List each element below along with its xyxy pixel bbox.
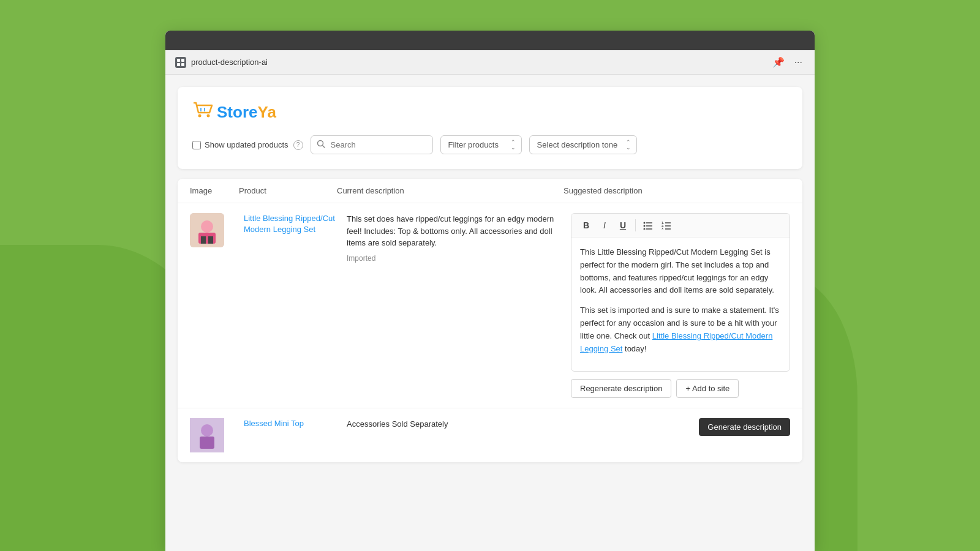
products-table: Image Product Current description Sugges… [178, 179, 802, 462]
svg-point-11 [201, 220, 213, 233]
add-to-site-button[interactable]: + Add to site [676, 379, 739, 398]
bold-button[interactable]: B [578, 217, 595, 233]
controls-row: Show updated products ? [192, 135, 788, 154]
underline-button[interactable]: U [614, 217, 631, 233]
product-name-cell-2: Blessed Mini Top [244, 418, 342, 429]
product-image-cell [190, 213, 239, 247]
svg-rect-1 [181, 59, 184, 62]
description-tone-select[interactable]: Select description tone Professional Cas… [529, 135, 637, 154]
svg-text:3.: 3. [662, 227, 665, 230]
svg-point-19 [644, 228, 646, 230]
col-product: Product [239, 186, 337, 195]
page-wrapper: product-description-ai 📌 ··· [0, 0, 980, 551]
browser-window: product-description-ai 📌 ··· [165, 31, 815, 551]
product-link-1[interactable]: Little Blessing Ripped/Cut Modern Leggin… [244, 214, 335, 234]
browser-titlebar [165, 31, 815, 50]
show-updated-text: Show updated products [205, 140, 288, 149]
table-row: Little Blessing Ripped/Cut Modern Leggin… [178, 203, 802, 408]
unordered-list-button[interactable] [639, 217, 657, 233]
browser-topbar: product-description-ai 📌 ··· [165, 50, 815, 75]
extension-icon [175, 57, 186, 68]
table-row-2: Blessed Mini Top Accessories Sold Separa… [178, 408, 802, 462]
italic-button[interactable]: I [596, 217, 613, 233]
svg-rect-2 [177, 63, 180, 66]
show-updated-label[interactable]: Show updated products ? [192, 140, 303, 150]
extension-name: product-description-ai [191, 58, 770, 67]
svg-rect-0 [177, 59, 180, 62]
show-updated-checkbox[interactable] [192, 141, 201, 149]
svg-point-5 [207, 114, 210, 118]
table-header: Image Product Current description Sugges… [178, 179, 802, 203]
filter-products-wrapper: Filter products All products Active prod… [440, 135, 522, 154]
description-tone-wrapper: Select description tone Professional Cas… [529, 135, 637, 154]
col-suggested-desc: Suggested description [564, 186, 790, 195]
suggested-desc-editor: B I U [571, 213, 790, 372]
regenerate-button[interactable]: Regenerate description [571, 379, 671, 398]
current-desc-cell-1: This set does have ripped/cut leggings f… [347, 213, 566, 263]
product-link-2[interactable]: Blessed Mini Top [244, 419, 304, 428]
col-image: Image [190, 186, 239, 195]
svg-rect-3 [181, 63, 184, 66]
suggested-desc-cell-1: B I U [571, 213, 790, 398]
svg-rect-14 [208, 236, 213, 244]
product-image-2 [190, 418, 224, 452]
topbar-actions: 📌 ··· [770, 55, 805, 69]
editor-toolbar: B I U [571, 214, 790, 238]
svg-rect-13 [201, 236, 206, 244]
current-desc-text-2: Accessories Sold Separately [347, 419, 448, 429]
suggested-text-2b: today! [625, 344, 646, 353]
svg-line-9 [322, 146, 325, 148]
more-button[interactable]: ··· [792, 56, 805, 69]
search-input[interactable] [311, 135, 433, 154]
ordered-list-button[interactable]: 1. 2. 3. [658, 217, 675, 233]
current-desc-text-1: This set does have ripped/cut leggings f… [347, 214, 554, 247]
filter-products-select[interactable]: Filter products All products Active prod… [440, 135, 522, 154]
action-buttons-1: Regenerate description + Add to site [571, 379, 790, 398]
svg-point-15 [644, 222, 646, 224]
svg-rect-29 [200, 437, 214, 449]
col-current-desc: Current description [337, 186, 564, 195]
main-content: StoreYa Show updated products ? [165, 75, 815, 551]
logo-area: StoreYa [192, 102, 788, 123]
editor-content[interactable]: This Little Blessing Ripped/Cut Modern L… [571, 238, 790, 371]
logo-store: StoreYa [217, 103, 276, 122]
imported-badge: Imported [347, 254, 566, 263]
help-icon: ? [293, 140, 303, 150]
product-name-cell: Little Blessing Ripped/Cut Modern Leggin… [244, 213, 342, 235]
svg-point-17 [644, 225, 646, 227]
suggested-paragraph-1: This Little Blessing Ripped/Cut Modern L… [580, 246, 781, 297]
toolbar-separator [635, 219, 636, 231]
product-image-1 [190, 213, 224, 247]
suggested-paragraph-2: This set is imported and is sure to make… [580, 304, 781, 355]
logo: StoreYa [192, 102, 788, 123]
current-desc-cell-2: Accessories Sold Separately [347, 418, 566, 430]
generate-desc-cell: Generate description [571, 418, 790, 436]
svg-point-28 [201, 424, 213, 437]
search-wrapper [311, 135, 433, 154]
search-icon [317, 140, 325, 150]
generate-description-button[interactable]: Generate description [699, 418, 790, 436]
logo-cart-icon [192, 102, 213, 123]
header-card: StoreYa Show updated products ? [178, 87, 802, 169]
product-image-cell-2 [190, 418, 239, 452]
svg-point-4 [198, 114, 202, 118]
pin-button[interactable]: 📌 [770, 55, 787, 69]
